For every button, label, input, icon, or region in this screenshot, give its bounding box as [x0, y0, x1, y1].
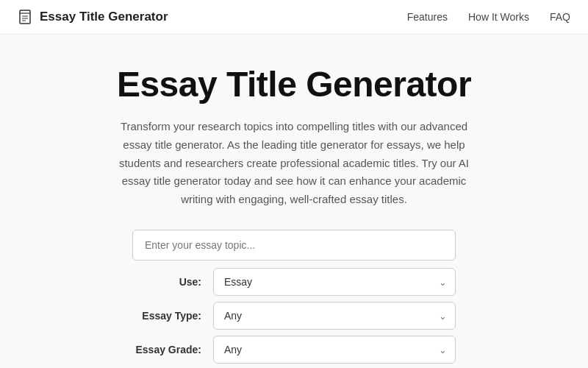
essay-grade-select-wrapper: Any High School College Graduate PhD ⌄	[213, 336, 456, 364]
essay-grade-label: Essay Grade:	[132, 344, 213, 355]
logo: Essay Title Generator	[18, 9, 168, 25]
essay-type-label: Essay Type:	[132, 310, 213, 322]
essay-type-select[interactable]: Any Argumentative Descriptive Expository…	[213, 302, 456, 330]
main-content: Essay Title Generator Transform your res…	[0, 35, 588, 368]
book-icon	[18, 9, 34, 25]
generator-form: Use: Essay Research Paper Article Thesis…	[132, 230, 456, 368]
essay-grade-field-row: Essay Grade: Any High School College Gra…	[132, 336, 456, 364]
nav-faq[interactable]: FAQ	[550, 11, 570, 23]
essay-type-field-row: Essay Type: Any Argumentative Descriptiv…	[132, 302, 456, 330]
hero-title: Essay Title Generator	[117, 64, 471, 105]
use-label: Use:	[132, 276, 213, 288]
hero-description: Transform your research topics into comp…	[118, 118, 470, 209]
essay-grade-select[interactable]: Any High School College Graduate PhD	[213, 336, 456, 364]
header: Essay Title Generator Features How It Wo…	[0, 0, 588, 35]
topic-input[interactable]	[132, 230, 456, 261]
use-select-wrapper: Essay Research Paper Article Thesis ⌄	[213, 268, 456, 296]
logo-text: Essay Title Generator	[40, 10, 168, 24]
nav-how-it-works[interactable]: How It Works	[468, 11, 529, 23]
svg-rect-0	[20, 10, 30, 24]
main-nav: Features How It Works FAQ	[407, 11, 570, 23]
use-select[interactable]: Essay Research Paper Article Thesis	[213, 268, 456, 296]
essay-type-select-wrapper: Any Argumentative Descriptive Expository…	[213, 302, 456, 330]
use-field-row: Use: Essay Research Paper Article Thesis…	[132, 268, 456, 296]
nav-features[interactable]: Features	[407, 11, 448, 23]
